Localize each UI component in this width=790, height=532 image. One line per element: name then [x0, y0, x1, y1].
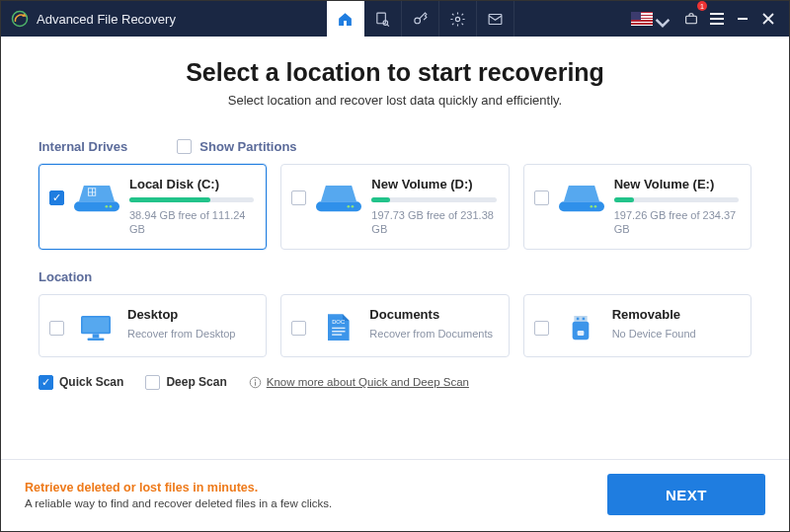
- svg-rect-2: [377, 13, 386, 24]
- locations-list: Desktop Recover from Desktop DOC Documen…: [39, 294, 751, 357]
- app-logo-icon: [11, 10, 29, 28]
- minimize-button[interactable]: [730, 1, 755, 37]
- offers-button[interactable]: 1: [678, 1, 704, 37]
- svg-rect-12: [89, 192, 92, 194]
- drive-title: New Volume (E:): [614, 177, 739, 191]
- svg-rect-7: [489, 14, 502, 24]
- svg-rect-23: [88, 338, 105, 340]
- offers-badge: 1: [697, 1, 707, 11]
- drive-card-d[interactable]: New Volume (D:) 197.73 GB free of 231.38…: [280, 164, 509, 250]
- drive-subtext: 38.94 GB free of 111.24 GB: [129, 208, 254, 237]
- close-icon: [761, 12, 775, 26]
- drive-icon: [74, 181, 119, 214]
- desktop-icon: [76, 311, 116, 344]
- drive-c-checkbox[interactable]: [49, 190, 64, 205]
- show-partitions-checkbox[interactable]: [177, 139, 192, 154]
- section-drives-label: Internal Drives: [39, 139, 127, 154]
- drive-usage-bar: [371, 197, 496, 202]
- deep-scan-checkbox[interactable]: [145, 375, 160, 390]
- svg-point-17: [352, 205, 355, 208]
- know-more-link[interactable]: Know more about Quick and Deep Scan: [267, 376, 469, 388]
- window-controls: 1: [629, 1, 789, 37]
- drive-card-c[interactable]: Local Disk (C:) 38.94 GB free of 111.24 …: [39, 164, 267, 250]
- svg-rect-10: [89, 189, 92, 191]
- svg-rect-22: [93, 334, 100, 338]
- svg-point-14: [106, 205, 109, 208]
- key-tab[interactable]: [402, 1, 439, 37]
- drive-usage-fill: [371, 197, 390, 202]
- section-location-label: Location: [39, 269, 751, 284]
- close-button[interactable]: [755, 1, 781, 37]
- deep-scan-label: Deep Scan: [166, 375, 226, 389]
- location-documents-checkbox[interactable]: [291, 321, 306, 336]
- svg-rect-35: [255, 381, 256, 385]
- svg-text:DOC: DOC: [332, 319, 345, 325]
- info-icon: [249, 376, 262, 389]
- location-card-desktop[interactable]: Desktop Recover from Desktop: [39, 294, 267, 357]
- svg-rect-13: [93, 192, 95, 194]
- drive-usage-fill: [614, 197, 634, 202]
- scan-options: Quick Scan Deep Scan Know more about Qui…: [39, 375, 751, 390]
- svg-point-34: [254, 379, 256, 381]
- svg-rect-25: [332, 327, 345, 328]
- footer: Retrieve deleted or lost files in minute…: [1, 459, 789, 531]
- svg-rect-21: [83, 317, 110, 332]
- svg-point-0: [13, 12, 28, 27]
- drive-subtext: 197.26 GB free of 234.37 GB: [614, 208, 739, 237]
- show-partitions-label: Show Partitions: [199, 139, 296, 154]
- svg-point-18: [590, 205, 592, 208]
- drive-icon: [316, 181, 361, 214]
- titlebar: Advanced File Recovery: [1, 1, 789, 37]
- app-window: Advanced File Recovery: [0, 0, 790, 532]
- svg-rect-26: [332, 331, 345, 332]
- drive-usage-fill: [129, 197, 210, 202]
- location-card-removable[interactable]: Removable No Device Found: [523, 294, 751, 357]
- location-title: Removable: [612, 307, 739, 322]
- minimize-icon: [738, 18, 748, 20]
- drive-icon: [559, 181, 604, 214]
- mail-tab[interactable]: [477, 1, 514, 37]
- drive-subtext: 197.73 GB free of 231.38 GB: [371, 208, 496, 237]
- svg-rect-28: [574, 316, 587, 322]
- settings-tab[interactable]: [439, 1, 477, 37]
- footer-subtext: A reliable way to find and recover delet…: [25, 497, 332, 509]
- location-title: Documents: [369, 307, 496, 322]
- chevron-down-icon: [655, 15, 663, 23]
- svg-point-5: [415, 18, 421, 24]
- drive-usage-bar: [614, 197, 739, 202]
- home-tab[interactable]: [327, 1, 364, 37]
- footer-text: Retrieve deleted or lost files in minute…: [25, 481, 332, 509]
- flag-us-icon: [631, 12, 653, 26]
- svg-rect-29: [576, 317, 578, 319]
- location-title: Desktop: [127, 307, 254, 322]
- menu-button[interactable]: [704, 1, 730, 37]
- svg-rect-11: [93, 189, 95, 191]
- drive-usage-bar: [129, 197, 254, 202]
- next-button[interactable]: NEXT: [607, 474, 765, 515]
- drive-title: New Volume (D:): [371, 177, 496, 191]
- language-button[interactable]: [629, 1, 678, 37]
- svg-rect-32: [577, 331, 584, 336]
- svg-point-19: [593, 205, 596, 208]
- drive-d-checkbox[interactable]: [291, 190, 306, 205]
- quick-scan-checkbox[interactable]: [39, 375, 53, 390]
- page-title: Select a location to start recovering: [39, 58, 751, 87]
- hamburger-icon: [710, 13, 724, 25]
- page-subtitle: Select location and recover lost data qu…: [39, 93, 751, 108]
- drive-title: Local Disk (C:): [129, 177, 254, 191]
- file-search-tab[interactable]: [364, 1, 402, 37]
- svg-point-15: [110, 205, 113, 208]
- svg-rect-8: [686, 16, 697, 23]
- svg-line-4: [387, 24, 389, 26]
- usb-icon: [561, 311, 600, 344]
- location-subtext: No Device Found: [612, 327, 739, 341]
- location-removable-checkbox[interactable]: [534, 321, 549, 336]
- drive-e-checkbox[interactable]: [534, 190, 549, 205]
- location-card-documents[interactable]: DOC Documents Recover from Documents: [280, 294, 509, 357]
- location-desktop-checkbox[interactable]: [49, 321, 64, 336]
- drives-header: Internal Drives Show Partitions: [39, 139, 751, 154]
- documents-icon: DOC: [318, 311, 357, 344]
- location-subtext: Recover from Desktop: [127, 327, 254, 341]
- drive-card-e[interactable]: New Volume (E:) 197.26 GB free of 234.37…: [523, 164, 751, 250]
- svg-rect-30: [582, 317, 584, 319]
